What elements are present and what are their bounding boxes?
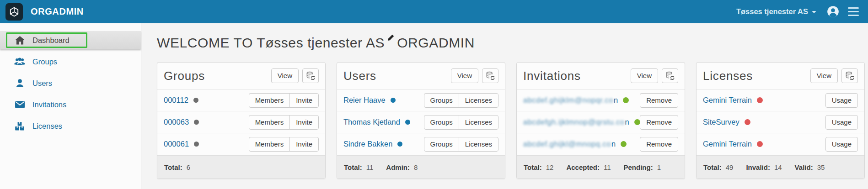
- sidebar-item-label: Dashboard: [32, 36, 70, 45]
- db-refresh-icon: [306, 71, 315, 80]
- usage-button[interactable]: Usage: [825, 93, 858, 108]
- db-refresh-icon: [665, 71, 675, 80]
- stat-label: Invalid:: [746, 163, 770, 171]
- card-licenses: LicensesViewGemini TerrainUsageSiteSurve…: [696, 62, 865, 179]
- refresh-data-button[interactable]: [662, 68, 678, 83]
- top-bar: ORGADMIN Tøsses tjenester AS: [0, 0, 868, 23]
- groups-button[interactable]: Groups: [424, 93, 459, 108]
- email-suffix: n: [611, 140, 616, 148]
- sidebar-item-invitations[interactable]: Invitations: [0, 95, 141, 114]
- app-logo: [5, 3, 23, 21]
- remove-button[interactable]: Remove: [640, 115, 678, 130]
- stat-value: 6: [187, 163, 190, 171]
- row-link[interactable]: Gemini Terrain: [703, 140, 752, 148]
- status-dot: [745, 119, 750, 125]
- sidebar-item-dashboard[interactable]: Dashboard: [0, 31, 141, 49]
- row-link[interactable]: 000112: [164, 96, 188, 105]
- row-label-area: 000061: [164, 140, 249, 148]
- brand-title: ORGADMIN: [31, 6, 84, 17]
- view-button[interactable]: View: [810, 68, 838, 83]
- sidebar-item-groups[interactable]: Groups: [0, 52, 141, 71]
- members-button[interactable]: Members: [249, 93, 290, 108]
- row-link[interactable]: SiteSurvey: [703, 118, 739, 126]
- licenses-button[interactable]: Licenses: [459, 115, 498, 130]
- row-actions: Usage: [825, 115, 858, 130]
- groups-button[interactable]: Groups: [424, 137, 459, 152]
- chevron-down-icon: [812, 11, 816, 13]
- sidebar-item-users[interactable]: Users: [0, 74, 141, 92]
- footer-stat: Total:12: [524, 163, 553, 171]
- sidebar-item-label: Licenses: [32, 122, 62, 131]
- row-actions: Remove: [640, 137, 678, 152]
- licenses-button[interactable]: Licenses: [459, 137, 498, 152]
- status-dot: [757, 141, 763, 147]
- footer-stat: Admin:8: [386, 163, 418, 171]
- redacted-email-link[interactable]: abcdefgh.ijklmnop@qrstu.co: [523, 118, 624, 126]
- stat-value: 12: [546, 163, 554, 171]
- row-label-area: abcdef.ghijklm@nopqr.con: [523, 96, 640, 105]
- row-link[interactable]: Gemini Terrain: [703, 96, 752, 105]
- org-selector-dropdown[interactable]: Tøsses tjenester AS: [736, 7, 816, 16]
- view-button[interactable]: View: [631, 68, 658, 83]
- envelope-icon: [14, 101, 25, 108]
- redacted-email-link[interactable]: abcdef.ghijklm@nopqr.co: [523, 96, 613, 105]
- status-dot: [757, 97, 763, 103]
- view-button[interactable]: View: [451, 68, 478, 83]
- row-link[interactable]: Sindre Bakken: [343, 140, 392, 148]
- footer-stat: Total:49: [703, 163, 733, 171]
- invitation-row: abcdef.ghijkl@mnopq.conRemove: [517, 133, 685, 155]
- status-dot: [634, 119, 640, 125]
- licenses-button[interactable]: Licenses: [459, 93, 498, 108]
- row-label-area: SiteSurvey: [703, 118, 825, 126]
- stat-label: Accepted:: [566, 163, 600, 171]
- invitation-row: abcdef.ghijklm@nopqr.conRemove: [517, 89, 685, 111]
- groups-icon: [14, 58, 25, 66]
- card-footer: Total:11Admin:8: [337, 155, 505, 178]
- stat-label: Total:: [703, 163, 722, 171]
- invite-button[interactable]: Invite: [289, 137, 319, 152]
- remove-button[interactable]: Remove: [640, 93, 678, 108]
- sidebar-item-label: Groups: [32, 58, 57, 66]
- menu-hamburger-icon[interactable]: [848, 7, 859, 16]
- card-header: LicensesView: [697, 63, 864, 89]
- usage-button[interactable]: Usage: [825, 137, 858, 152]
- status-dot: [397, 142, 402, 147]
- license-row: SiteSurveyUsage: [697, 111, 864, 133]
- groups-button[interactable]: Groups: [424, 115, 459, 130]
- user-account-button[interactable]: [826, 5, 840, 18]
- pencil-edit-icon[interactable]: [387, 34, 394, 41]
- remove-button[interactable]: Remove: [640, 137, 678, 152]
- card-footer: Total:6: [157, 155, 325, 178]
- usage-button[interactable]: Usage: [825, 115, 858, 130]
- row-label-area: 000112: [164, 96, 249, 105]
- row-label-area: Thomas Kjetland: [343, 118, 424, 126]
- row-link[interactable]: 000061: [164, 140, 189, 148]
- user-row: Sindre BakkenGroupsLicenses: [337, 133, 505, 155]
- members-button[interactable]: Members: [249, 115, 290, 130]
- stat-label: Total:: [344, 163, 362, 171]
- footer-stat: Invalid:14: [746, 163, 782, 171]
- invite-button[interactable]: Invite: [289, 115, 319, 130]
- row-link[interactable]: Thomas Kjetland: [343, 118, 400, 126]
- sidebar-item-licenses[interactable]: Licenses: [0, 117, 141, 135]
- stat-label: Admin:: [386, 163, 410, 171]
- row-actions: MembersInvite: [249, 115, 319, 130]
- view-button[interactable]: View: [271, 68, 299, 83]
- row-link[interactable]: Reier Haave: [343, 96, 386, 105]
- row-link[interactable]: 000063: [164, 118, 189, 126]
- refresh-data-button[interactable]: [841, 68, 858, 83]
- email-suffix: n: [614, 96, 618, 105]
- members-button[interactable]: Members: [249, 137, 290, 152]
- invite-button[interactable]: Invite: [289, 93, 319, 108]
- row-actions: Usage: [825, 137, 858, 152]
- redacted-email-link[interactable]: abcdef.ghijkl@mnopq.co: [523, 140, 611, 148]
- refresh-data-button[interactable]: [302, 68, 319, 83]
- stat-value: 35: [817, 163, 825, 171]
- license-row: Gemini TerrainUsage: [697, 89, 864, 111]
- status-dot: [623, 97, 629, 103]
- row-actions: GroupsLicenses: [424, 115, 498, 130]
- sidebar-item-label: Invitations: [32, 100, 66, 109]
- card-footer: Total:49Invalid:14Valid:35: [697, 155, 864, 178]
- refresh-data-button[interactable]: [482, 68, 498, 83]
- row-actions: Remove: [640, 93, 678, 108]
